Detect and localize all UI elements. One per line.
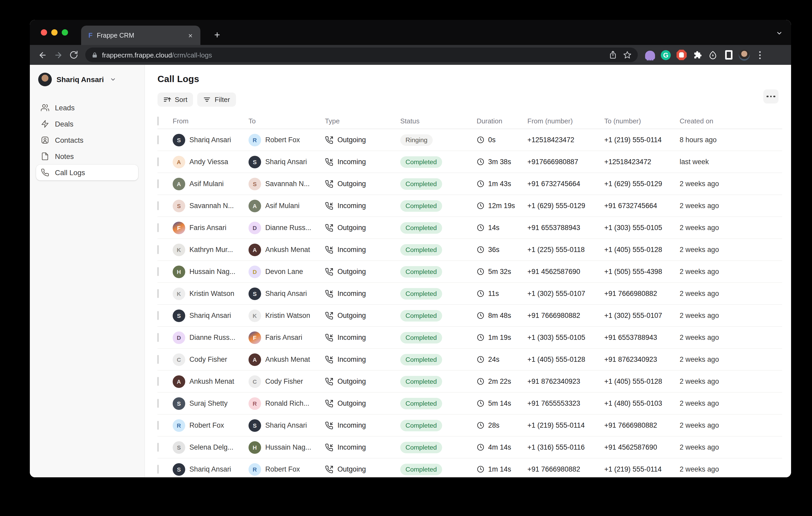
- from-number: +91 7666980882: [527, 311, 604, 320]
- sidebar-item-call-logs[interactable]: Call Logs: [36, 165, 138, 180]
- col-from-number[interactable]: From (number): [527, 117, 604, 125]
- incoming-call-icon: [325, 158, 333, 166]
- row-checkbox[interactable]: [157, 179, 158, 188]
- col-duration[interactable]: Duration: [476, 117, 527, 125]
- row-checkbox[interactable]: [157, 443, 158, 452]
- adblock-extension-icon[interactable]: [674, 48, 689, 62]
- url-bar[interactable]: frappecrm.frappe.cloud/crm/call-logs: [85, 48, 638, 62]
- share-icon[interactable]: [605, 48, 620, 62]
- table-row[interactable]: S Savannah N... A Asif Mulani Incoming C…: [157, 195, 782, 217]
- puzzle-extension-icon[interactable]: [690, 48, 704, 62]
- reload-icon[interactable]: [66, 48, 81, 62]
- sidebar-item-leads[interactable]: Leads: [36, 100, 138, 116]
- table-header: From To Type Status Duration From (numbe…: [157, 114, 782, 129]
- col-from[interactable]: From: [173, 117, 249, 125]
- new-tab-button[interactable]: +: [210, 28, 225, 42]
- from-number: +1 (303) 555-0105: [527, 334, 604, 341]
- from-cell: A Ankush Menat: [173, 375, 249, 388]
- sidebar-item-notes[interactable]: Notes: [36, 149, 138, 164]
- row-checkbox[interactable]: [157, 245, 158, 254]
- type-label: Outgoing: [338, 465, 366, 473]
- row-checkbox[interactable]: [157, 465, 158, 474]
- table-row[interactable]: S Shariq Ansari R Robert Fox Outgoing Co…: [157, 458, 782, 477]
- menu-dots-icon[interactable]: [753, 48, 767, 62]
- minimize-window-button[interactable]: [51, 29, 58, 35]
- grammarly-extension-icon[interactable]: G: [659, 48, 673, 62]
- row-checkbox[interactable]: [157, 157, 158, 166]
- duration-value: 4m 14s: [488, 443, 511, 451]
- to-name: Dianne Russ...: [265, 224, 311, 232]
- select-all-checkbox[interactable]: [157, 117, 158, 125]
- table-row[interactable]: D Dianne Russ... F Faris Ansari Incoming…: [157, 327, 782, 349]
- type-label: Outgoing: [338, 268, 366, 275]
- row-checkbox[interactable]: [157, 223, 158, 232]
- row-checkbox[interactable]: [157, 399, 158, 408]
- col-to-number[interactable]: To (number): [604, 117, 679, 125]
- from-number: +1 (405) 555-0128: [527, 356, 604, 363]
- browser-tab[interactable]: F Frappe CRM ×: [81, 26, 200, 45]
- row-checkbox[interactable]: [157, 135, 158, 144]
- table-row[interactable]: A Asif Mulani S Savannah N... Outgoing C…: [157, 173, 782, 195]
- row-checkbox[interactable]: [157, 311, 158, 320]
- table-row[interactable]: S Shariq Ansari R Robert Fox Outgoing Ri…: [157, 129, 782, 151]
- col-type[interactable]: Type: [325, 117, 400, 125]
- sort-button[interactable]: Sort: [157, 93, 193, 107]
- to-name: Cody Fisher: [265, 377, 303, 385]
- sidebar-item-label: Notes: [55, 152, 74, 160]
- zoom-window-button[interactable]: [62, 29, 68, 35]
- back-icon[interactable]: [35, 48, 50, 62]
- table-row[interactable]: K Kathryn Mur... A Ankush Menat Incoming…: [157, 239, 782, 261]
- from-avatar: A: [173, 375, 185, 388]
- table-row[interactable]: K Kristin Watson S Shariq Ansari Incomin…: [157, 283, 782, 305]
- table-row[interactable]: A Andy Viessa S Shariq Ansari Incoming C…: [157, 151, 782, 173]
- to-cell: R Ronald Rich...: [249, 397, 325, 409]
- row-checkbox[interactable]: [157, 421, 158, 430]
- from-cell: K Kristin Watson: [173, 287, 249, 300]
- status-cell: Completed: [400, 442, 476, 453]
- row-checkbox[interactable]: [157, 333, 158, 342]
- type-cell: Incoming: [325, 355, 400, 364]
- col-status[interactable]: Status: [400, 117, 476, 125]
- type-cell: Outgoing: [325, 311, 400, 320]
- from-name: Savannah N...: [190, 202, 234, 210]
- type-label: Incoming: [338, 202, 366, 210]
- table-row[interactable]: F Faris Ansari D Dianne Russ... Outgoing…: [157, 217, 782, 239]
- bookmark-star-icon[interactable]: [620, 48, 635, 62]
- reading-mode-icon[interactable]: [722, 48, 735, 62]
- octopus-extension-icon[interactable]: [643, 48, 657, 62]
- user-menu[interactable]: Shariq Ansari: [36, 72, 138, 87]
- to-avatar: S: [249, 419, 261, 431]
- row-checkbox[interactable]: [157, 377, 158, 386]
- close-window-button[interactable]: [41, 29, 47, 35]
- tab-search-chevron-icon[interactable]: [776, 29, 783, 39]
- from-name: Cody Fisher: [190, 356, 227, 363]
- to-number: +1 (480) 555-0103: [604, 399, 679, 407]
- forward-icon[interactable]: [51, 48, 65, 62]
- leaf-extension-icon[interactable]: [706, 48, 720, 62]
- row-checkbox[interactable]: [157, 289, 158, 298]
- sidebar-item-contacts[interactable]: Contacts: [36, 132, 138, 148]
- filter-button[interactable]: Filter: [197, 93, 236, 107]
- table-row[interactable]: H Hussain Nag... D Devon Lane Outgoing C…: [157, 261, 782, 283]
- col-created-on[interactable]: Created on: [679, 117, 782, 125]
- row-checkbox[interactable]: [157, 355, 158, 364]
- more-options-button[interactable]: [763, 89, 779, 103]
- table-row[interactable]: S Selena Delg... H Hussain Nag... Incomi…: [157, 436, 782, 458]
- sidebar-item-deals[interactable]: Deals: [36, 116, 138, 132]
- profile-avatar[interactable]: [737, 48, 751, 62]
- table-row[interactable]: S Suraj Shetty R Ronald Rich... Outgoing…: [157, 393, 782, 415]
- table-row[interactable]: R Robert Fox S Shariq Ansari Incoming Co…: [157, 415, 782, 436]
- from-avatar: S: [173, 463, 185, 476]
- row-checkbox[interactable]: [157, 267, 158, 276]
- duration-value: 1m 14s: [488, 465, 511, 473]
- table-row[interactable]: A Ankush Menat C Cody Fisher Outgoing Co…: [157, 371, 782, 393]
- from-cell: A Asif Mulani: [173, 178, 249, 190]
- to-number: +1 (219) 555-0114: [604, 465, 679, 473]
- close-tab-icon[interactable]: ×: [186, 31, 195, 40]
- table-row[interactable]: S Shariq Ansari K Kristin Watson Outgoin…: [157, 305, 782, 327]
- from-cell: H Hussain Nag...: [173, 265, 249, 278]
- extension-icons: G: [643, 48, 767, 62]
- row-checkbox[interactable]: [157, 201, 158, 210]
- table-row[interactable]: C Cody Fisher A Ankush Menat Incoming Co…: [157, 349, 782, 371]
- col-to[interactable]: To: [249, 117, 325, 125]
